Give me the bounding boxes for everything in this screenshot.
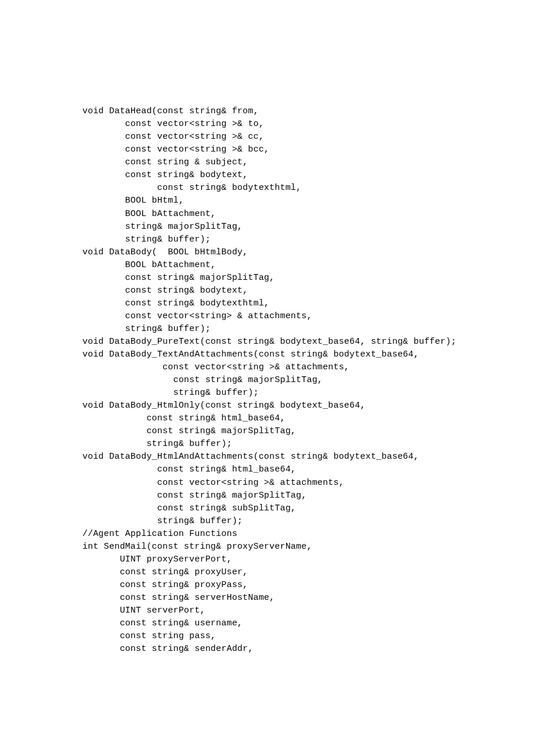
- code-line: BOOL bHtml,: [82, 195, 534, 207]
- code-line: const string& proxyPass,: [82, 579, 534, 592]
- code-line: const string& proxyUser,: [82, 566, 534, 579]
- code-block: void DataHead(const string& from, const …: [82, 105, 534, 656]
- code-line: UINT proxyServerPort,: [82, 553, 534, 566]
- code-line: string& buffer);: [82, 515, 534, 528]
- code-line: void DataHead(const string& from,: [82, 105, 534, 118]
- code-line: string& buffer);: [82, 233, 534, 246]
- code-line: void DataBody_PureText(const string& bod…: [82, 336, 534, 348]
- code-line: const string& serverHostName,: [82, 592, 534, 604]
- code-line: const vector<string >& attachments,: [82, 361, 534, 374]
- code-line: const string& majorSplitTag,: [82, 425, 534, 438]
- code-line: const string& html_base64,: [82, 412, 534, 425]
- code-line: string& majorSplitTag,: [82, 221, 534, 233]
- code-line: const string& bodytext,: [82, 285, 534, 297]
- code-line: UINT serverPort,: [82, 604, 534, 617]
- code-line: const string& majorSplitTag,: [82, 489, 534, 502]
- code-line: int SendMail(const string& proxyServerNa…: [82, 541, 534, 553]
- code-line: const string& username,: [82, 617, 534, 630]
- code-line: string& buffer);: [82, 387, 534, 399]
- code-line: BOOL bAttachment,: [82, 259, 534, 272]
- code-line: const string& bodytexthtml,: [82, 297, 534, 310]
- code-line: void DataBody( BOOL bHtmlBody,: [82, 246, 534, 259]
- code-line: const vector<string> & attachments,: [82, 310, 534, 323]
- code-line: string& buffer);: [82, 438, 534, 451]
- code-line: const string pass,: [82, 630, 534, 643]
- code-line: const string& bodytexthtml,: [82, 182, 534, 195]
- code-line: const vector<string >& attachments,: [82, 477, 534, 489]
- code-line: void DataBody_HtmlAndAttachments(const s…: [82, 451, 534, 463]
- code-line: const string& html_base64,: [82, 463, 534, 476]
- code-line: string& buffer);: [82, 323, 534, 336]
- code-line: const vector<string >& cc,: [82, 131, 534, 143]
- code-line: const string& subSplitTag,: [82, 502, 534, 515]
- code-line: void DataBody_HtmlOnly(const string& bod…: [82, 399, 534, 412]
- code-line: const string& bodytext,: [82, 169, 534, 182]
- code-line: const string & subject,: [82, 156, 534, 169]
- code-line: const vector<string >& to,: [82, 118, 534, 131]
- code-line: const vector<string >& bcc,: [82, 143, 534, 156]
- code-line: const string& majorSplitTag,: [82, 272, 534, 285]
- code-line: const string& senderAddr,: [82, 643, 534, 656]
- code-line: void DataBody_TextAndAttachments(const s…: [82, 348, 534, 361]
- code-line: //Agent Application Functions: [82, 528, 534, 541]
- code-line: BOOL bAttachment,: [82, 208, 534, 221]
- code-line: const string& majorSplitTag,: [82, 374, 534, 387]
